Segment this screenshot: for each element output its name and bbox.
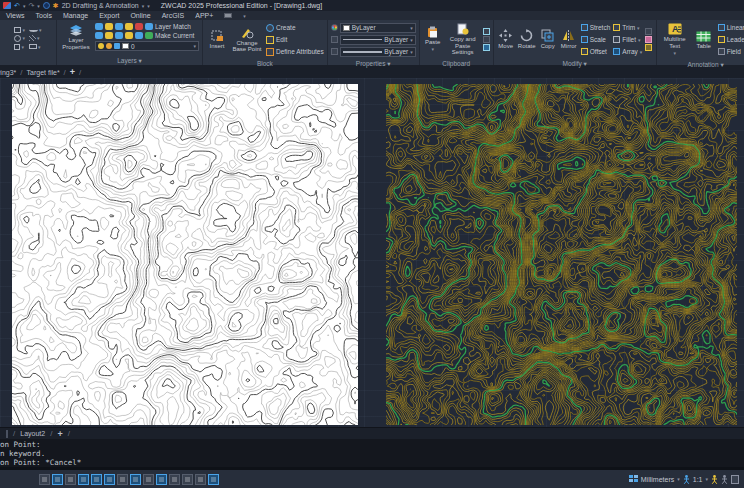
modify-panel-label[interactable]: Modify ▾ (494, 59, 656, 68)
explode-icon[interactable] (645, 36, 652, 43)
annotation-panel-label[interactable]: Annotation ▾ (657, 60, 744, 69)
polar-tracking-icon[interactable] (78, 474, 89, 485)
offset-button[interactable]: Offset (581, 46, 611, 57)
workspace-dropdown-icon[interactable]: ▾ (142, 3, 145, 9)
array-button[interactable]: Array▾ (613, 46, 642, 57)
join-icon[interactable] (645, 44, 652, 51)
change-base-point-button[interactable]: Change Base Point (231, 26, 263, 54)
swatch-dropdown-icon[interactable]: ▾ (243, 13, 246, 19)
layer-unlock-icon[interactable] (114, 43, 120, 49)
menu-views[interactable]: Views (6, 12, 25, 19)
hatch-dropdown-icon[interactable]: ▾ (37, 35, 40, 41)
workspace-gear-icon[interactable]: ✱ (53, 2, 59, 9)
square-dropdown-icon[interactable]: ▾ (21, 44, 24, 50)
workspace-switch-icon[interactable] (731, 475, 739, 484)
fillet-dropdown-icon[interactable]: ▾ (638, 37, 641, 43)
trim-button[interactable]: Trim▾ (613, 22, 642, 33)
create-block-button[interactable]: Create (266, 22, 324, 33)
menu-arcgis[interactable]: ArcGIS (162, 12, 185, 19)
lineweight-display-icon[interactable] (143, 474, 154, 485)
trim-dropdown-icon[interactable]: ▾ (637, 25, 640, 31)
insert-block-button[interactable]: Insert (206, 29, 228, 51)
new-document-tab-button[interactable]: + (70, 67, 75, 77)
layer-tool-icon[interactable] (125, 23, 133, 30)
layer-properties-button[interactable]: Layer Properties (60, 23, 92, 51)
erase-icon[interactable] (645, 28, 652, 35)
layer-select-dropdown[interactable]: 0 ▾ (95, 41, 199, 51)
scale-button[interactable]: Scale (581, 34, 611, 45)
grid-display-icon[interactable] (52, 474, 63, 485)
multiline-text-button[interactable]: A Multiline Text▾ (660, 22, 690, 58)
selection-cycling-icon[interactable] (182, 474, 193, 485)
undo-dropdown-icon[interactable]: ▾ (23, 3, 26, 9)
make-current-button[interactable]: Make Current (155, 32, 194, 39)
layer-color-swatch[interactable] (122, 43, 129, 49)
dynamic-ucs-icon[interactable] (117, 474, 128, 485)
edit-block-button[interactable]: Edit (266, 34, 324, 45)
quick-properties-icon[interactable] (169, 474, 180, 485)
isolate-objects-icon[interactable] (208, 474, 219, 485)
layer-on-bulb-icon[interactable] (98, 43, 104, 49)
dynamic-input-icon[interactable] (130, 474, 141, 485)
stretch-button[interactable]: Stretch (581, 22, 611, 33)
field-button[interactable]: Field (718, 46, 744, 57)
polyline-tool-button[interactable]: ▾ (29, 27, 42, 33)
layer-tool-icon[interactable] (145, 23, 153, 30)
mtext-dropdown-icon[interactable]: ▾ (673, 50, 676, 57)
annotation-scale-icon[interactable] (683, 475, 690, 484)
ortho-mode-icon[interactable] (65, 474, 76, 485)
layer-tool-icon[interactable] (145, 32, 153, 39)
square-tool-button[interactable]: ▾ (14, 44, 25, 50)
layer-tool-icon[interactable] (115, 32, 123, 39)
color-swatch-icon[interactable] (224, 13, 232, 18)
layer-tool-icon[interactable] (135, 23, 143, 30)
right-contour-viewport[interactable] (386, 84, 737, 425)
menu-manage[interactable]: Manage (63, 12, 88, 19)
define-attributes-button[interactable]: Define Attributes (266, 46, 324, 57)
match-properties-icon[interactable] (483, 44, 490, 51)
layout2-tab[interactable]: Layout2 (20, 430, 45, 437)
menu-online[interactable]: Online (130, 12, 150, 19)
color-control-dropdown[interactable]: ByLayer ▾ (340, 23, 416, 33)
copy-button[interactable]: Copy (539, 28, 557, 51)
array-dropdown-icon[interactable]: ▾ (640, 49, 643, 55)
annotation-scale-value[interactable]: 1:1 (693, 476, 703, 483)
plot-preview-icon[interactable] (43, 2, 50, 9)
auto-annotation-icon[interactable] (721, 475, 728, 484)
clipboard-panel-label[interactable]: Clipboard (420, 59, 493, 68)
polyline-dropdown-icon[interactable]: ▾ (39, 27, 42, 33)
paste-dropdown-icon[interactable]: ▾ (431, 46, 434, 53)
app-logo-icon[interactable] (3, 2, 11, 9)
quick-access-more-icon[interactable]: ▾ (147, 3, 150, 9)
menu-export[interactable]: Export (99, 12, 119, 19)
scale-dropdown-icon[interactable]: ▾ (705, 476, 708, 482)
command-line[interactable]: on Point: n keyword. on Point: *Cancel* (0, 439, 744, 467)
ellipse-tool-button[interactable]: ▾ (29, 44, 42, 50)
layer-tool-icon[interactable] (95, 23, 103, 30)
layer-tool-icon[interactable] (105, 23, 113, 30)
lineweight-control-dropdown[interactable]: ByLayer ▾ (340, 47, 416, 57)
circle-tool-button[interactable]: ▾ (14, 35, 25, 42)
layer-dropdown-icon[interactable]: ▾ (193, 43, 196, 49)
circle-dropdown-icon[interactable]: ▾ (22, 35, 25, 41)
annotation-monitor-icon[interactable] (195, 474, 206, 485)
copy-paste-settings-button[interactable]: Copy and Paste Settings (446, 22, 480, 57)
doc-tab-target-file[interactable]: Target file* (27, 69, 60, 76)
units-dropdown-icon[interactable]: ▾ (677, 476, 680, 482)
hatch-tool-button[interactable]: ▾ (29, 35, 42, 41)
lineweight-dropdown-icon[interactable]: ▾ (410, 49, 413, 55)
object-snap-tracking-icon[interactable] (104, 474, 115, 485)
rectangle-dropdown-icon[interactable]: ▾ (22, 27, 25, 33)
layer-thaw-sun-icon[interactable] (106, 43, 112, 49)
linear-dimension-button[interactable]: Linear▾ (718, 22, 744, 33)
linetype-control-dropdown[interactable]: ByLayer ▾ (340, 35, 416, 45)
fillet-button[interactable]: Fillet▾ (613, 34, 642, 45)
color-dropdown-icon[interactable]: ▾ (410, 25, 413, 31)
drawing-area[interactable] (0, 78, 744, 427)
rectangle-tool-button[interactable]: ▾ (14, 27, 25, 33)
model-space-icon[interactable] (39, 474, 50, 485)
cut-icon[interactable] (483, 28, 490, 35)
undo-icon[interactable]: ↶ (14, 2, 20, 9)
menu-app[interactable]: APP+ (195, 12, 213, 19)
move-button[interactable]: Move (497, 28, 515, 51)
